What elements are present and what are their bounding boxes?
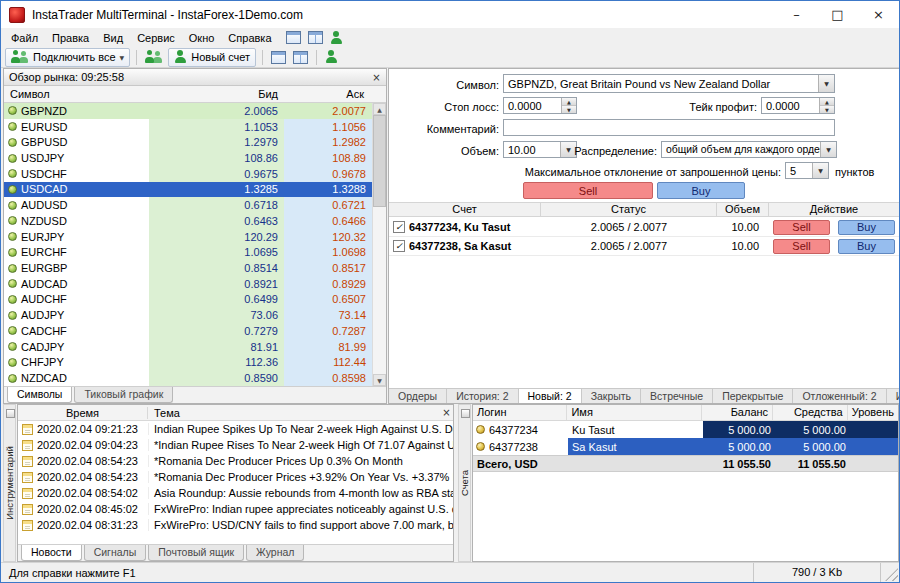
scrollbar-thumb[interactable]: [373, 115, 386, 207]
market-row[interactable]: CHFJPY 112.36 112.44: [4, 355, 372, 371]
minimize-button[interactable]: –: [776, 1, 817, 28]
chevron-down-icon[interactable]: ▼: [820, 142, 836, 157]
comment-input[interactable]: [503, 119, 835, 136]
resize-grip[interactable]: [885, 568, 898, 581]
market-row[interactable]: CADCHF 0.7279 0.7287: [4, 323, 372, 339]
market-row[interactable]: USDJPY 108.86 108.89: [4, 150, 372, 166]
orders-tab[interactable]: История: 2: [447, 389, 518, 403]
spinner-up-icon[interactable]: ▲: [820, 98, 834, 106]
market-row[interactable]: GBPUSD 1.2979 1.2982: [4, 134, 372, 150]
news-row[interactable]: 2020.02.04 09:21:23 Indian Rupee Spikes …: [18, 421, 453, 437]
account-checkbox[interactable]: ✓: [393, 221, 405, 233]
window-icon[interactable]: [271, 51, 286, 64]
orders-tab[interactable]: Встречные: [641, 389, 713, 403]
market-watch-tab[interactable]: Символы: [7, 387, 72, 403]
accounts-strip[interactable]: Счета: [458, 404, 471, 562]
close-icon[interactable]: ×: [370, 71, 383, 84]
order-row[interactable]: ✓64377234, Ku Tasut 2.0065 / 2.0077 10.0…: [389, 218, 899, 237]
news-row[interactable]: 2020.02.04 08:54:02 Asia Roundup: Aussie…: [18, 485, 453, 501]
market-row[interactable]: EURUSD 1.1053 1.1056: [4, 119, 372, 135]
spinner-down-icon[interactable]: ▼: [820, 106, 834, 113]
market-row[interactable]: GBPNZD 2.0065 2.0077: [4, 103, 372, 119]
spinner-up-icon[interactable]: ▲: [562, 98, 576, 106]
distribution-select[interactable]: общий объем для каждого ордера ▼: [661, 141, 837, 158]
new-account-button[interactable]: Новый счет: [168, 48, 256, 67]
news-row[interactable]: 2020.02.04 08:45:02 FxWirePro: Indian ru…: [18, 501, 453, 517]
menu-item[interactable]: Правка: [45, 30, 96, 46]
news-row[interactable]: 2020.02.04 08:31:23 FxWirePro: USD/CNY f…: [18, 517, 453, 533]
symbol-select[interactable]: GBPNZD, Great Britain Pound vs New Zeala…: [503, 74, 835, 93]
orders-table-header[interactable]: Счет Статус Объем Действие: [389, 202, 899, 217]
window-icon[interactable]: [286, 31, 301, 44]
account-level: [850, 421, 898, 438]
market-row[interactable]: EURCHF 1.0695 1.0698: [4, 244, 372, 260]
tile-windows-icon[interactable]: [308, 31, 323, 44]
news-tab[interactable]: Почтовый ящик: [148, 545, 244, 561]
news-column-header[interactable]: Время Тема ×: [18, 405, 453, 421]
orders-tab[interactable]: Закрыть: [582, 389, 641, 403]
news-tab[interactable]: Сигналы: [84, 545, 147, 561]
users-icon[interactable]: [145, 50, 163, 64]
market-row[interactable]: USDCHF 0.9675 0.9678: [4, 166, 372, 182]
comment-label: Комментарий:: [389, 122, 499, 136]
account-equity: 5 000.00: [775, 438, 850, 455]
market-watch-scrollbar[interactable]: ▲ ▼: [372, 103, 386, 386]
close-icon[interactable]: ×: [440, 406, 453, 419]
market-row[interactable]: NZDCAD 0.8590 0.8598: [4, 370, 372, 386]
close-button[interactable]: ×: [858, 1, 899, 28]
market-row[interactable]: AUDUSD 0.6718 0.6721: [4, 197, 372, 213]
buy-button[interactable]: Buy: [838, 239, 895, 254]
news-row[interactable]: 2020.02.04 08:54:23 *Romania Dec Produce…: [18, 453, 453, 469]
maximize-button[interactable]: □: [817, 1, 858, 28]
market-row[interactable]: EURJPY 120.29 120.32: [4, 229, 372, 245]
market-row[interactable]: AUDCHF 0.6499 0.6507: [4, 292, 372, 308]
title-bar[interactable]: InstaTrader MultiTerminal - InstaForex-1…: [1, 1, 899, 28]
scroll-down-icon[interactable]: ▼: [373, 374, 386, 386]
ask-value: 0.6507: [284, 292, 372, 308]
menu-item[interactable]: Вид: [96, 30, 130, 46]
menu-item[interactable]: Справка: [221, 30, 278, 46]
menu-item[interactable]: Окно: [182, 30, 222, 46]
user-icon[interactable]: [325, 50, 338, 64]
orders-tab[interactable]: Изменить: [887, 389, 899, 403]
take-profit-input[interactable]: 0.0000 ▲▼: [761, 97, 835, 114]
user-icon[interactable]: [330, 31, 343, 45]
market-watch-tab[interactable]: Тиковый график: [74, 387, 173, 403]
spinner-down-icon[interactable]: ▼: [562, 106, 576, 113]
news-tab[interactable]: Новости: [21, 545, 82, 561]
news-tab[interactable]: Журнал: [246, 545, 304, 561]
connect-all-button[interactable]: Подключить все ▼: [5, 48, 130, 67]
market-row[interactable]: NZDUSD 0.6463 0.6466: [4, 213, 372, 229]
buy-button[interactable]: Buy: [838, 220, 895, 235]
market-row[interactable]: EURGBP 0.8514 0.8517: [4, 260, 372, 276]
orders-tab[interactable]: Ордеры: [389, 389, 447, 403]
order-row[interactable]: ✓64377238, Sa Kasut 2.0065 / 2.0077 10.0…: [389, 237, 899, 256]
orders-tab[interactable]: Новый: 2: [519, 389, 582, 403]
account-row[interactable]: 64377234 Ku Tasut 5 000.00 5 000.00: [473, 421, 898, 438]
market-row[interactable]: CADJPY 81.91 81.99: [4, 339, 372, 355]
deviation-select[interactable]: 5 ▼: [785, 162, 829, 179]
chevron-down-icon[interactable]: ▼: [812, 163, 828, 178]
market-row[interactable]: USDCAD 1.3285 1.3288: [4, 182, 372, 198]
news-row[interactable]: 2020.02.04 08:54:23 *Romania Dec Produce…: [18, 469, 453, 485]
market-row[interactable]: AUDCAD 0.8921 0.8929: [4, 276, 372, 292]
sell-button[interactable]: Sell: [523, 182, 653, 199]
accounts-column-header[interactable]: Логин Имя Баланс Средства Уровень: [473, 405, 898, 421]
market-row[interactable]: AUDJPY 73.06 73.14: [4, 307, 372, 323]
orders-tab[interactable]: Отложенный: 2: [793, 389, 886, 403]
news-row[interactable]: 2020.02.04 09:04:23 *Indian Rupee Rises …: [18, 437, 453, 453]
sell-button[interactable]: Sell: [773, 239, 830, 254]
sell-button[interactable]: Sell: [773, 220, 830, 235]
orders-tab[interactable]: Перекрытые: [713, 389, 793, 403]
market-watch-column-header[interactable]: Символ Бид Аск: [4, 86, 386, 103]
scroll-up-icon[interactable]: ▲: [373, 103, 386, 115]
toolbox-strip[interactable]: Инструментарий: [3, 404, 16, 562]
menu-item[interactable]: Сервис: [130, 30, 182, 46]
chevron-down-icon[interactable]: ▼: [818, 75, 834, 92]
account-row[interactable]: 64377238 Sa Kasut 5 000.00 5 000.00: [473, 438, 898, 455]
tile-windows-icon[interactable]: [293, 51, 308, 64]
account-checkbox[interactable]: ✓: [393, 240, 405, 252]
stop-loss-input[interactable]: 0.0000 ▲▼: [503, 97, 577, 114]
buy-button[interactable]: Buy: [657, 182, 745, 199]
menu-item[interactable]: Файл: [4, 30, 45, 46]
